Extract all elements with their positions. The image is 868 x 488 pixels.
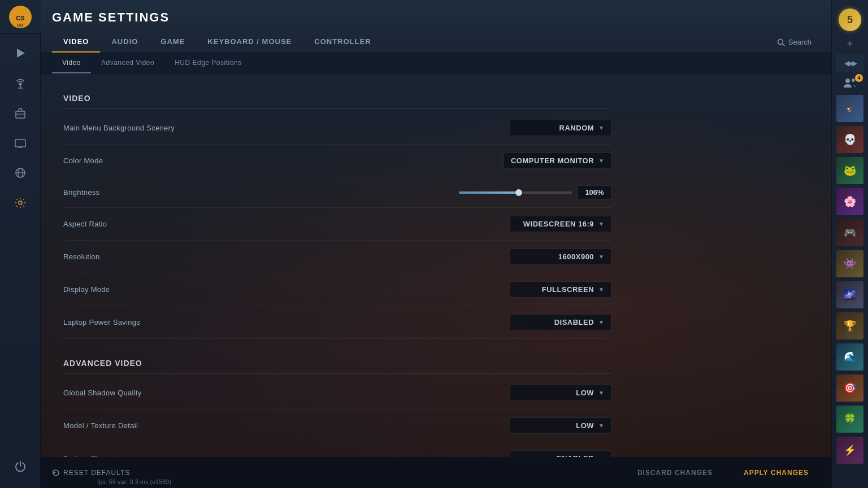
svg-point-4 (19, 83, 21, 86)
avatar-8[interactable]: 🏆 (836, 312, 863, 339)
main-content: GAME SETTINGS Video Audio Game Keyboard … (41, 0, 831, 488)
control-background-scenery: RANDOM ▼ (510, 120, 611, 136)
control-shadow-quality: LOW ▼ (510, 385, 611, 401)
dropdown-aspect-ratio[interactable]: WIDESCREEN 16:9 ▼ (510, 216, 611, 232)
reset-defaults-btn[interactable]: RESET DEFAULTS (52, 469, 130, 477)
svg-point-19 (852, 79, 855, 82)
label-background-scenery: Main Menu Background Scenery (63, 124, 510, 132)
label-laptop-power: Laptop Power Savings (63, 318, 510, 326)
label-texture-streaming: Texture Streaming (63, 454, 510, 457)
value-shadow-quality: LOW (576, 389, 594, 397)
avatar-5[interactable]: 🎮 (836, 219, 863, 246)
avatar-4[interactable]: 🌸 (836, 188, 863, 215)
svg-text:GO: GO (17, 23, 23, 27)
setting-texture-detail: Model / Texture Detail LOW ▼ (63, 409, 611, 442)
sidebar-nav (7, 34, 34, 452)
tab-audio[interactable]: Audio (100, 32, 149, 53)
search-btn[interactable]: Search (769, 32, 820, 52)
settings-inner: Video Main Menu Background Scenery RANDO… (41, 74, 634, 457)
header: GAME SETTINGS Video Audio Game Keyboard … (41, 0, 831, 53)
dropdown-display-mode[interactable]: FULLSCREEN ▼ (510, 281, 611, 298)
globe-icon-btn[interactable] (7, 159, 34, 186)
nav-arrows-btn[interactable]: ◀▶▶ (836, 54, 864, 72)
bottom-bar: RESET DEFAULTS DISCARD CHANGES APPLY CHA… (41, 457, 831, 488)
dropdown-laptop-power[interactable]: DISABLED ▼ (510, 314, 611, 330)
avatar-7[interactable]: 🌌 (836, 281, 863, 308)
control-display-mode: FULLSCREEN ▼ (510, 281, 611, 298)
svg-text:CS: CS (16, 15, 24, 21)
label-shadow-quality: Global Shadow Quality (63, 389, 510, 397)
left-sidebar: CS GO (0, 0, 41, 488)
label-brightness: Brightness (63, 188, 459, 197)
sidebar-bottom (7, 452, 34, 488)
settings-area: Video Main Menu Background Scenery RANDO… (41, 74, 831, 457)
control-texture-detail: LOW ▼ (510, 417, 611, 434)
avatar-2[interactable]: 💀 (836, 126, 863, 153)
sub-tab-hud-edge[interactable]: HUD Edge Positions (164, 53, 251, 73)
tab-controller[interactable]: Controller (303, 32, 382, 53)
avatar-10[interactable]: 🎯 (836, 374, 863, 402)
csgo-logo[interactable]: CS GO (8, 5, 33, 29)
settings-icon-btn[interactable] (7, 189, 34, 216)
slider-brightness-value: 106% (578, 185, 611, 199)
tv-icon-btn[interactable] (7, 129, 34, 156)
slider-brightness-container: 106% (459, 185, 611, 199)
sub-tab-video[interactable]: Video (52, 53, 91, 73)
svg-point-18 (845, 79, 850, 83)
friend-count-badge: 4 (855, 74, 863, 82)
avatar-3[interactable]: 🐸 (836, 157, 863, 184)
page-title: GAME SETTINGS (52, 0, 820, 32)
right-panel: 5 + ◀▶▶ 4 🦅 💀 🐸 🌸 (831, 0, 868, 488)
avatar-9[interactable]: 🌊 (836, 343, 863, 371)
main-nav: Video Audio Game Keyboard / Mouse Contro… (52, 32, 820, 53)
slider-brightness-track[interactable] (459, 191, 572, 194)
value-aspect-ratio: WIDESCREEN 16:9 (523, 220, 594, 228)
label-resolution: Resolution (63, 252, 510, 261)
play-icon-btn[interactable] (7, 40, 34, 67)
coin-icon: 5 (839, 8, 861, 31)
coin-label: 5 (847, 14, 853, 26)
tab-video[interactable]: Video (52, 32, 100, 53)
dropdown-texture-streaming[interactable]: ENABLED ▼ (510, 450, 611, 457)
sub-tab-advanced-video[interactable]: Advanced Video (91, 53, 164, 73)
setting-aspect-ratio: Aspect Ratio WIDESCREEN 16:9 ▼ (63, 208, 611, 241)
value-texture-streaming: ENABLED (557, 454, 594, 457)
value-laptop-power: DISABLED (554, 318, 594, 326)
setting-resolution: Resolution 1600X900 ▼ (63, 241, 611, 273)
control-laptop-power: DISABLED ▼ (510, 314, 611, 330)
dropdown-texture-detail[interactable]: LOW ▼ (510, 417, 611, 434)
tab-game[interactable]: Game (149, 32, 196, 53)
slider-brightness-thumb[interactable] (515, 189, 522, 196)
discard-changes-btn[interactable]: DISCARD CHANGES (626, 464, 724, 481)
advanced-video-section-title: Advanced Video (63, 350, 611, 374)
arrow-texture-detail: ▼ (598, 422, 604, 429)
fps-display: fps: 55 var: 0.3 ms (v1569) (97, 478, 171, 485)
value-resolution: 1600X900 (558, 252, 594, 261)
label-display-mode: Display Mode (63, 285, 510, 294)
setting-laptop-power: Laptop Power Savings DISABLED ▼ (63, 306, 611, 339)
dropdown-resolution[interactable]: 1600X900 ▼ (510, 249, 611, 265)
antenna-icon-btn[interactable] (7, 69, 34, 97)
dropdown-background-scenery[interactable]: RANDOM ▼ (510, 120, 611, 136)
avatar-11[interactable]: 🍀 (836, 406, 863, 433)
avatar-12[interactable]: ⚡ (836, 437, 863, 464)
power-icon-btn[interactable] (7, 452, 34, 480)
arrow-resolution: ▼ (598, 254, 604, 260)
label-color-mode: Color Mode (63, 156, 504, 165)
control-texture-streaming: ENABLED ▼ (510, 450, 611, 457)
coin-btn[interactable]: 5 (836, 6, 864, 34)
avatar-1[interactable]: 🦅 (836, 95, 863, 122)
value-color-mode: COMPUTER MONITOR (511, 156, 594, 165)
tab-keyboard-mouse[interactable]: Keyboard / Mouse (196, 32, 303, 53)
dropdown-color-mode[interactable]: COMPUTER MONITOR ▼ (504, 152, 611, 169)
apply-changes-btn[interactable]: APPLY CHANGES (732, 464, 820, 481)
setting-brightness: Brightness 106% (63, 177, 611, 208)
briefcase-icon-btn[interactable] (7, 99, 34, 127)
value-display-mode: FULLSCREEN (542, 285, 594, 294)
dropdown-shadow-quality[interactable]: LOW ▼ (510, 385, 611, 401)
friends-btn[interactable]: 4 (836, 74, 864, 92)
control-brightness: 106% (459, 185, 611, 199)
add-friend-btn[interactable]: + (836, 36, 864, 53)
avatar-6[interactable]: 👾 (836, 250, 863, 277)
svg-rect-7 (16, 111, 25, 118)
